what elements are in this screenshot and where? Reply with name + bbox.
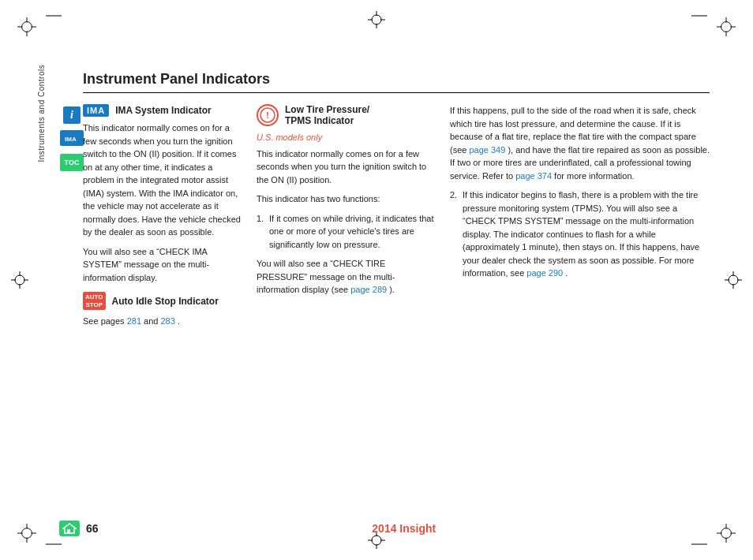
tpms-list-item-1: If it comes on while driving, it indicat… xyxy=(257,212,434,252)
auto-stop-body: See pages 281 and 283 . xyxy=(83,315,245,328)
corner-mark-bl xyxy=(17,524,36,543)
svg-point-10 xyxy=(22,528,32,539)
footer: 66 2014 Insight xyxy=(59,521,710,536)
tpms-body3: You will also see a “CHECK TIRE PRESSURE… xyxy=(257,257,434,297)
column-2: ! Low Tire Pressure/ TPMS Indicator U.S.… xyxy=(257,104,446,334)
reg-top-center xyxy=(368,11,385,28)
col3-list-item-2: If this indicator begins to flash, there… xyxy=(450,189,710,280)
auto-stop-page1-link[interactable]: 281 xyxy=(127,316,141,326)
svg-point-0 xyxy=(22,22,32,32)
column-3: If this happens, pull to the side of the… xyxy=(446,104,710,334)
svg-point-15 xyxy=(721,528,732,539)
page-number: 66 xyxy=(86,522,99,535)
col3-body1: If this happens, pull to the side of the… xyxy=(450,104,710,182)
main-content: Instrument Panel Indicators IMA IMA Syst… xyxy=(59,71,710,505)
auto-stop-heading: AUTO STOP Auto Idle Stop Indicator xyxy=(83,292,245,310)
page290-link[interactable]: page 290 xyxy=(526,268,563,278)
page-title: Instrument Panel Indicators xyxy=(83,71,710,93)
crop-top-left xyxy=(46,9,62,22)
page349-link[interactable]: page 349 xyxy=(469,145,505,155)
svg-point-5 xyxy=(721,22,732,32)
col3-list: If this indicator begins to flash, there… xyxy=(450,189,710,280)
tpms-body1: This indicator normally comes on for a f… xyxy=(257,147,434,187)
sidebar-label: Instruments and Controls xyxy=(37,65,46,162)
tpms-title: Low Tire Pressure/ TPMS Indicator xyxy=(285,104,369,126)
tpms-page1-link[interactable]: page 289 xyxy=(350,285,387,294)
crop-bottom-right xyxy=(691,538,707,551)
page374-link[interactable]: page 374 xyxy=(515,171,552,181)
auto-stop-badge: AUTO STOP xyxy=(83,292,106,310)
home-icon[interactable] xyxy=(59,521,80,536)
ima-badge: IMA xyxy=(83,104,109,117)
auto-stop-title: Auto Idle Stop Indicator xyxy=(112,296,219,307)
svg-point-27 xyxy=(372,536,381,545)
tpms-heading: ! Low Tire Pressure/ TPMS Indicator xyxy=(257,104,434,126)
crop-bottom-left xyxy=(46,538,62,551)
svg-point-37 xyxy=(729,275,738,285)
crop-top-right xyxy=(691,9,707,22)
auto-stop-section: AUTO STOP Auto Idle Stop Indicator See p… xyxy=(83,292,245,328)
auto-stop-page2-link[interactable]: 283 xyxy=(160,316,174,326)
tpms-body2: This indicator has two functions: xyxy=(257,192,434,206)
corner-mark-tr xyxy=(717,17,736,36)
reg-left-center xyxy=(11,271,28,289)
ima-body1: This indicator normally comes on for a f… xyxy=(83,121,245,239)
ima-indicator-heading: IMA IMA System Indicator xyxy=(83,104,245,117)
svg-point-22 xyxy=(372,15,381,24)
footer-model: 2014 Insight xyxy=(99,522,710,535)
column-1: IMA IMA System Indicator This indicator … xyxy=(83,104,257,334)
ima-indicator-title: IMA System Indicator xyxy=(115,105,212,116)
svg-text:!: ! xyxy=(266,110,269,120)
content-columns: IMA IMA System Indicator This indicator … xyxy=(83,104,710,334)
us-models-label: U.S. models only xyxy=(257,131,434,144)
svg-rect-49 xyxy=(67,529,70,533)
svg-point-32 xyxy=(15,275,24,285)
tpms-icon: ! xyxy=(257,104,279,126)
tpms-list: If it comes on while driving, it indicat… xyxy=(257,212,434,252)
corner-mark-br xyxy=(717,524,736,543)
corner-mark-tl xyxy=(17,17,36,36)
reg-right-center xyxy=(725,271,742,289)
ima-body2: You will also see a “CHECK IMA SYSTEM” m… xyxy=(83,245,245,285)
